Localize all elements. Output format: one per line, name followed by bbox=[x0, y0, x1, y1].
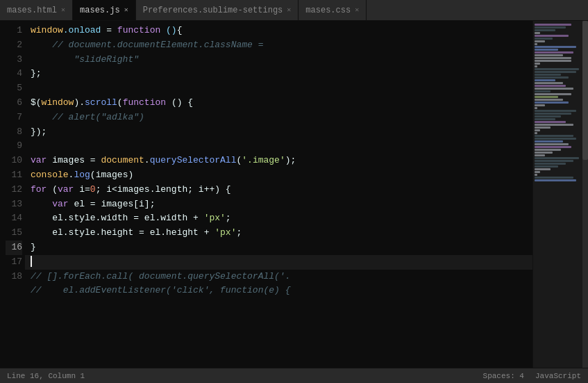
code-line-3: "slideRight" bbox=[25, 53, 532, 67]
line-numbers: 1 2 3 4 5 6 7 8 9 10 11 12 13 14 15 16 1… bbox=[0, 21, 25, 368]
code-line-9: var images = document.querySelectorAll('… bbox=[25, 154, 532, 168]
line-num-13: 13 bbox=[6, 197, 22, 212]
line-num-7: 7 bbox=[6, 111, 22, 125]
code-line-5: $(window).scroll(function () { bbox=[25, 96, 532, 111]
code-line-13: el.style.width = el.width + 'px'; bbox=[25, 211, 532, 226]
code-line-14: el.style.height = el.height + 'px'; bbox=[25, 226, 532, 241]
tab-close-icon[interactable]: ✕ bbox=[355, 7, 359, 14]
status-bar: Line 16, Column 1 Spaces: 4 JavaScript bbox=[0, 368, 588, 383]
tab-close-icon[interactable]: ✕ bbox=[61, 7, 65, 14]
language-mode: JavaScript bbox=[535, 372, 581, 380]
code-line-10: console.log(images) bbox=[25, 168, 532, 183]
line-num-6: 6 bbox=[6, 96, 22, 111]
code-line-18: // el.addEventListener('click', function… bbox=[25, 284, 532, 298]
line-num-4: 4 bbox=[6, 67, 22, 81]
line-num-8: 8 bbox=[6, 125, 22, 140]
status-right: Spaces: 4 JavaScript bbox=[483, 372, 581, 380]
line-num-17: 17 bbox=[6, 255, 22, 270]
editor: 1 2 3 4 5 6 7 8 9 10 11 12 13 14 15 16 1… bbox=[0, 21, 588, 368]
line-num-16: 16 bbox=[6, 241, 22, 255]
code-line-17: // [].forEach.call( document.querySelect… bbox=[25, 270, 532, 284]
minimap-content bbox=[533, 21, 588, 185]
line-num-1: 1 bbox=[6, 24, 22, 38]
minimap bbox=[532, 21, 588, 368]
line-num-14: 14 bbox=[6, 211, 22, 226]
tab-close-icon[interactable]: ✕ bbox=[287, 7, 291, 14]
code-line-1: window.onload = function (){ bbox=[25, 24, 532, 38]
line-num-11: 11 bbox=[6, 168, 22, 183]
tab-label: Preferences.sublime-settings bbox=[143, 6, 283, 15]
code-line-12: var el = images[i]; bbox=[25, 197, 532, 212]
line-num-18: 18 bbox=[6, 270, 22, 284]
code-line-7: }); bbox=[25, 125, 532, 140]
tab-preferences[interactable]: Preferences.sublime-settings ✕ bbox=[136, 0, 299, 20]
line-num-3: 3 bbox=[6, 53, 22, 67]
tab-mases-html[interactable]: mases.html ✕ bbox=[0, 0, 73, 20]
minimap-scrollbar[interactable] bbox=[582, 21, 588, 368]
minimap-viewport-handle[interactable] bbox=[582, 21, 588, 160]
code-line-11: for (var i=0; i<images.length; i++) { bbox=[25, 183, 532, 197]
tab-mases-css[interactable]: mases.css ✕ bbox=[299, 0, 367, 20]
code-line-6: // alert("adlka") bbox=[25, 111, 532, 125]
line-num-15: 15 bbox=[6, 226, 22, 241]
status-left: Line 16, Column 1 bbox=[7, 372, 85, 380]
line-num-2: 2 bbox=[6, 38, 22, 53]
code-editor[interactable]: window.onload = function (){ // document… bbox=[25, 21, 532, 368]
tab-label: mases.html bbox=[7, 6, 57, 15]
code-line-15: } bbox=[25, 241, 532, 255]
line-num-9: 9 bbox=[6, 139, 22, 154]
tab-mases-js[interactable]: mases.js ✕ bbox=[73, 0, 136, 20]
code-line-16 bbox=[25, 255, 532, 270]
code-line-3b: }; bbox=[25, 67, 532, 81]
tab-close-icon[interactable]: ✕ bbox=[124, 7, 128, 14]
cursor-position: Line 16, Column 1 bbox=[7, 372, 85, 380]
code-line-8 bbox=[25, 139, 532, 154]
code-line-2: // document.documentElement.className = bbox=[25, 38, 532, 53]
line-num-5: 5 bbox=[6, 81, 22, 96]
indentation-info: Spaces: 4 bbox=[483, 372, 524, 380]
tab-bar: mases.html ✕ mases.js ✕ Preferences.subl… bbox=[0, 0, 588, 21]
tab-label: mases.js bbox=[80, 6, 120, 15]
tab-label: mases.css bbox=[305, 6, 351, 15]
line-num-10: 10 bbox=[6, 154, 22, 168]
code-line-4 bbox=[25, 81, 532, 96]
line-num-12: 12 bbox=[6, 183, 22, 197]
